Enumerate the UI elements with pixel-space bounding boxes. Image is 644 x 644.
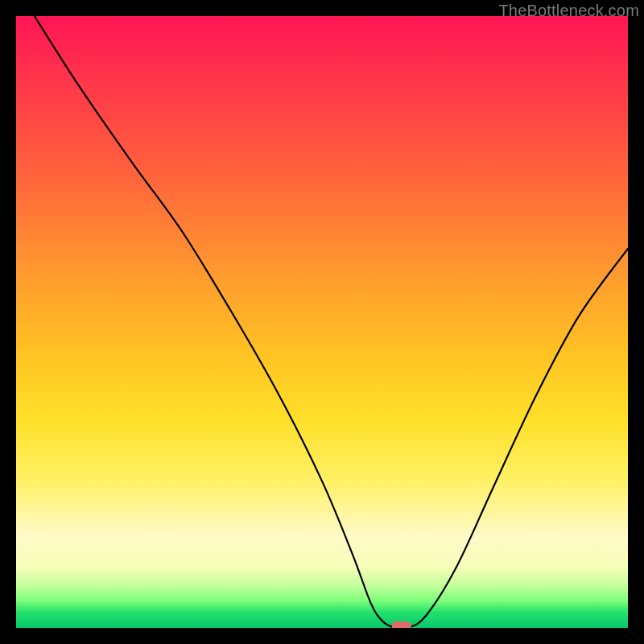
chart-frame: TheBottleneck.com <box>0 0 644 644</box>
optimal-point-marker <box>392 621 411 628</box>
watermark-text: TheBottleneck.com <box>498 2 639 20</box>
plot-area <box>16 16 628 628</box>
bottleneck-curve <box>35 16 628 628</box>
bottleneck-curve-svg <box>16 16 628 628</box>
